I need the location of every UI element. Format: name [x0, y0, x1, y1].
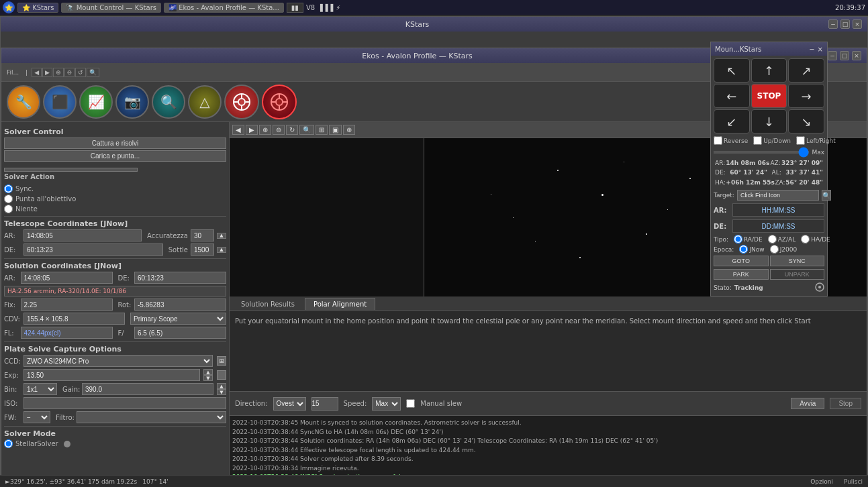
- ha-de-radio-item[interactable]: HA/DE: [801, 235, 830, 243]
- mount-s-btn[interactable]: ↓: [751, 109, 787, 133]
- park-btn[interactable]: PARK: [714, 269, 769, 280]
- view-btn5[interactable]: ↻: [286, 125, 298, 135]
- exp-spinner-down[interactable]: ▼: [203, 375, 213, 381]
- ekos-maximize-btn[interactable]: □: [840, 51, 849, 60]
- reverse-checkbox[interactable]: [714, 136, 722, 145]
- close-btn[interactable]: ×: [853, 19, 862, 29]
- tab-polar-alignment[interactable]: Polar Alignment: [305, 298, 375, 310]
- taskbar-app-kstars[interactable]: ⭐ KStars: [17, 3, 58, 13]
- iso-input[interactable]: [23, 397, 226, 409]
- ra-de-radio-item[interactable]: RA/DE: [734, 235, 763, 243]
- exp-input[interactable]: [23, 369, 200, 381]
- ha-de-radio[interactable]: [801, 235, 810, 243]
- fix-input[interactable]: [21, 299, 113, 311]
- radio-sync[interactable]: Sync.: [4, 184, 226, 193]
- unpark-btn[interactable]: UNPARK: [770, 269, 825, 280]
- ccd-select[interactable]: ZWO ASI294MC Pro: [23, 355, 213, 367]
- ccd-settings-btn[interactable]: ⊞: [217, 356, 226, 366]
- toolbar-btn5[interactable]: ↺: [75, 68, 86, 77]
- gain-spinner-up[interactable]: ▲: [217, 383, 226, 389]
- tab-solution-results[interactable]: Solution Results: [232, 298, 303, 310]
- module-settings[interactable]: 🔧: [7, 85, 40, 119]
- direction-select[interactable]: Ovest Est Nord Sud: [273, 397, 306, 411]
- reverse-checkbox-item[interactable]: Reverse: [714, 136, 748, 145]
- ra-de-radio[interactable]: [734, 235, 742, 243]
- toolbar-btn1[interactable]: ◀: [32, 68, 42, 77]
- target-input[interactable]: [737, 190, 819, 201]
- radio-point-objective[interactable]: Punta all'obiettivo: [4, 195, 226, 203]
- mount-ne-btn[interactable]: ↗: [788, 58, 824, 83]
- updown-checkbox[interactable]: [753, 136, 762, 145]
- toolbar-btn3[interactable]: ⊕: [53, 68, 64, 77]
- module-align[interactable]: △: [188, 85, 222, 119]
- rot-input[interactable]: [134, 299, 226, 311]
- ar-input[interactable]: [23, 229, 142, 241]
- bin-select[interactable]: 1x1: [23, 383, 57, 395]
- cdv-input[interactable]: [23, 313, 125, 325]
- stop-btn[interactable]: Stop: [830, 398, 861, 409]
- mount-w-btn[interactable]: ←: [714, 84, 750, 108]
- toolbar-btn2[interactable]: ▶: [42, 68, 52, 77]
- minimize-btn[interactable]: −: [828, 19, 838, 29]
- os-icon[interactable]: ⭐: [3, 1, 15, 13]
- accuracy-spinner-up[interactable]: ▲: [217, 233, 226, 239]
- sync-btn[interactable]: SYNC: [770, 256, 825, 266]
- view-btn7[interactable]: ⊞: [316, 125, 328, 135]
- capture-solve-btn[interactable]: Cattura e risolvi: [4, 138, 226, 149]
- toolbar-btn4[interactable]: ⊖: [64, 68, 75, 77]
- module-target-dark[interactable]: [262, 85, 297, 119]
- direction-num-input[interactable]: [311, 397, 338, 411]
- view-btn3[interactable]: ⊕: [259, 125, 271, 135]
- taskbar-app-mount[interactable]: 🔭 Mount Control — KStars: [61, 3, 161, 13]
- ekos-close-btn[interactable]: ×: [852, 51, 861, 60]
- mount-se-btn[interactable]: ↘: [788, 109, 824, 133]
- mount-sw-btn[interactable]: ↙: [714, 109, 750, 133]
- az-al-radio[interactable]: [768, 235, 777, 243]
- speed-select[interactable]: Max High Med Low: [372, 397, 401, 411]
- pulisci-btn[interactable]: Pulisci: [844, 478, 863, 485]
- j2000-radio[interactable]: [770, 245, 779, 254]
- module-photo[interactable]: 📷: [115, 85, 149, 119]
- goto-btn[interactable]: GOTO: [714, 256, 769, 266]
- module-search[interactable]: 🔍: [152, 85, 185, 119]
- view-btn1[interactable]: ◀: [232, 125, 244, 135]
- module-chart[interactable]: 📈: [79, 85, 113, 119]
- f-input[interactable]: [134, 327, 226, 339]
- stellar-solver-radio[interactable]: [4, 439, 13, 448]
- view-btn4[interactable]: ⊖: [273, 125, 285, 135]
- accuracy-input[interactable]: [191, 229, 214, 241]
- j2000-radio-item[interactable]: J2000: [770, 245, 798, 254]
- stellar-solver-row[interactable]: StellarSolver: [4, 439, 226, 448]
- leftright-checkbox[interactable]: [796, 136, 805, 145]
- view-btn6[interactable]: 🔍: [299, 125, 314, 135]
- updown-checkbox-item[interactable]: Up/Down: [753, 136, 791, 145]
- settings-icon[interactable]: [815, 282, 824, 293]
- view-btn2[interactable]: ▶: [246, 125, 258, 135]
- gain-spinner-down[interactable]: ▼: [217, 389, 226, 395]
- fw-select[interactable]: −: [23, 411, 50, 423]
- mount-ar-coord-input[interactable]: [732, 203, 824, 217]
- jnow-radio[interactable]: [739, 245, 748, 254]
- leftright-checkbox-item[interactable]: Left/Right: [796, 136, 836, 145]
- view-btn8[interactable]: ▣: [329, 125, 342, 135]
- options-btn[interactable]: Opzioni: [810, 478, 833, 485]
- mount-de-coord-input[interactable]: [732, 219, 824, 233]
- mount-n-btn[interactable]: ↑: [751, 58, 787, 83]
- speed-slider[interactable]: [714, 151, 809, 154]
- view-btn9[interactable]: ⊕: [343, 125, 355, 135]
- mount-minimize-btn[interactable]: −: [809, 46, 814, 53]
- de-input[interactable]: [23, 243, 163, 256]
- az-al-radio-item[interactable]: AZ/AL: [768, 235, 796, 243]
- exp-spinner-up[interactable]: ▲: [203, 369, 213, 375]
- module-camera[interactable]: ⬛: [43, 85, 77, 119]
- toolbar-btn6[interactable]: 🔍: [87, 68, 99, 77]
- mount-nw-btn[interactable]: ↖: [714, 58, 750, 83]
- apply-btn[interactable]: [4, 168, 138, 172]
- manual-slew-checkbox[interactable]: [406, 399, 415, 408]
- avvia-btn[interactable]: Avvia: [791, 398, 824, 409]
- sottle-spinner-up[interactable]: ▲: [217, 247, 226, 253]
- mount-e-btn[interactable]: →: [788, 84, 824, 108]
- radio-nothing[interactable]: Niente: [4, 205, 226, 213]
- ekos-minimize-btn[interactable]: −: [828, 51, 837, 60]
- sol-de-input[interactable]: [134, 272, 226, 284]
